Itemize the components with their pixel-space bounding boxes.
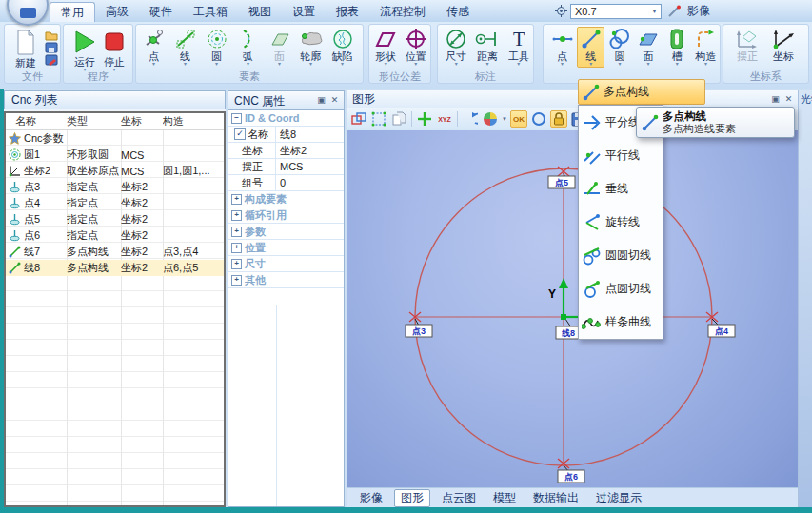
expand-icon[interactable]: + — [231, 243, 242, 253]
label-point6[interactable]: 点6 — [564, 472, 578, 482]
tab-sensor[interactable]: 传感 — [436, 2, 480, 22]
tab-flow-control[interactable]: 流程控制 — [369, 2, 436, 22]
section-collapsed[interactable]: + 其他 — [228, 272, 344, 288]
undo-view-icon[interactable] — [462, 110, 479, 128]
view-tab-model[interactable]: 模型 — [487, 490, 522, 506]
save-icon[interactable] — [45, 42, 58, 53]
menu-item-rotated-line[interactable]: 旋转线 — [579, 206, 663, 239]
construct-point-button[interactable]: 点 ▾ — [548, 27, 576, 68]
table-row[interactable]: 点6 指定点 坐标2 — [6, 227, 224, 244]
gdt-form-button[interactable]: 形状 ▾ — [371, 27, 401, 68]
menu-item-spline-curve[interactable]: 样条曲线 — [579, 306, 663, 339]
table-row[interactable]: 点3 指定点 坐标2 — [6, 179, 224, 195]
table-row[interactable]: Cnc参数 — [6, 130, 224, 147]
new-file-button[interactable]: 新建 — [9, 28, 43, 69]
table-header-row[interactable]: 名称 类型 坐标 构造 — [6, 113, 224, 130]
view-tab-image[interactable]: 影像 — [354, 490, 388, 506]
save-as-icon[interactable] — [45, 54, 58, 66]
tab-view[interactable]: 视图 — [238, 2, 282, 22]
pin-icon[interactable]: ▣ — [316, 95, 327, 106]
text-tool-button[interactable]: T 工具 ▾ — [504, 27, 533, 68]
table-row-selected[interactable]: 线8 多点构线 坐标2 点6,点5 — [6, 260, 224, 276]
section-id-coord[interactable]: − ID & Coord — [228, 110, 344, 127]
menu-item-parallel-line[interactable]: 平行线 — [579, 139, 663, 172]
tab-settings[interactable]: 设置 — [282, 2, 326, 22]
tab-report[interactable]: 报表 — [326, 2, 369, 22]
checkbox-checked-icon[interactable]: ✓ — [234, 128, 246, 140]
expand-icon[interactable]: + — [231, 227, 242, 237]
chevron-down-icon[interactable]: ▼ — [651, 8, 661, 14]
tab-hardware[interactable]: 硬件 — [139, 2, 183, 22]
close-icon[interactable]: ✕ — [783, 94, 794, 105]
copy-view-icon[interactable] — [390, 110, 407, 128]
stop-button[interactable]: 停止 ▾ — [100, 27, 129, 73]
section-collapsed[interactable]: + 参数 — [228, 224, 344, 240]
table-row[interactable]: 圆1 环形取圆 MCS — [6, 147, 224, 163]
menu-item-perpendicular-line[interactable]: 垂线 — [579, 172, 663, 206]
collapse-icon[interactable]: − — [231, 113, 242, 124]
expand-icon[interactable]: + — [231, 275, 242, 286]
fit-view-icon[interactable] — [350, 110, 367, 128]
xyz-axes-icon[interactable]: XYZ — [436, 110, 453, 128]
label-point4[interactable]: 点4 — [715, 326, 728, 336]
tab-toolbox[interactable]: 工具箱 — [183, 2, 238, 22]
view-tab-data-output[interactable]: 数据输出 — [527, 490, 584, 506]
expand-icon[interactable]: + — [231, 259, 242, 269]
label-point3[interactable]: 点3 — [412, 326, 426, 336]
table-row[interactable]: 点4 指定点 坐标2 — [6, 195, 224, 211]
section-collapsed[interactable]: + 位置 — [228, 240, 344, 256]
construct-line-button[interactable]: 线 ▾ — [577, 27, 604, 68]
property-value[interactable]: 0 — [276, 177, 344, 188]
element-circle-button[interactable]: 圆 ▾ — [202, 27, 231, 68]
element-defect-button[interactable]: 缺陷 ▾ — [327, 27, 357, 68]
construct-circle-button[interactable]: 圆 ▾ — [605, 27, 633, 68]
run-button[interactable]: 运行 ▾ — [69, 27, 100, 73]
zoom-extents-icon[interactable] — [370, 110, 387, 128]
tab-home[interactable]: 常用 — [50, 2, 95, 22]
coordinate-button[interactable]: 坐标 — [767, 27, 800, 63]
open-folder-icon[interactable] — [45, 30, 58, 41]
element-line-button[interactable]: 线 ▾ — [170, 27, 200, 68]
pin-icon[interactable]: ▣ — [770, 94, 781, 105]
gdt-position-button[interactable]: 位置 ▾ — [402, 27, 431, 68]
section-collapsed[interactable]: + 循环引用 — [228, 207, 344, 224]
element-plane-button[interactable]: 面 ▾ — [265, 27, 294, 68]
section-collapsed[interactable]: + 构成要素 — [228, 191, 344, 207]
property-row-align[interactable]: 摆正 MCS — [228, 159, 344, 175]
table-row[interactable]: 点5 指定点 坐标2 — [6, 211, 224, 227]
dimension-button[interactable]: 尺寸 ▾ — [442, 27, 471, 68]
graphics-canvas[interactable]: Y 点5 点3 点4 点6 线8 — [347, 130, 798, 488]
view-tab-filter-display[interactable]: 过滤显示 — [590, 490, 647, 506]
table-row[interactable]: 坐标2 取坐标原点 MCS 圆1,圆1,... — [6, 163, 224, 179]
optics-collapsed-panel[interactable]: 光学 — [798, 90, 812, 507]
circle-display-icon[interactable] — [530, 110, 547, 128]
expand-icon[interactable]: + — [231, 194, 242, 205]
align-button[interactable]: 摆正 — [731, 27, 763, 63]
add-point-icon[interactable] — [416, 110, 433, 128]
menu-item-point-circle-tangent[interactable]: 点圆切线 — [579, 272, 663, 306]
lock-toggle[interactable] — [550, 110, 567, 128]
view-tab-pointcloud[interactable]: 点云图 — [436, 490, 482, 506]
construct-misc-button[interactable]: 构造 ▾ — [692, 27, 720, 68]
property-value[interactable]: 线8 — [276, 128, 344, 142]
property-row-group[interactable]: 组号 0 — [228, 175, 344, 191]
color-wheel-icon[interactable] — [482, 110, 499, 128]
chevron-down-icon[interactable]: ▼ — [502, 116, 507, 122]
property-value[interactable]: 坐标2 — [276, 144, 344, 158]
element-contour-button[interactable]: 轮廓 ▾ — [296, 27, 326, 68]
menu-item-multipoint-line[interactable]: 多点构线 — [578, 79, 705, 105]
zoom-level-combo[interactable]: X0.7 ▼ — [570, 4, 662, 19]
table-row[interactable]: 线7 多点构线 坐标2 点3,点4 — [6, 244, 224, 260]
distance-button[interactable]: 距离 ▾ — [473, 27, 503, 68]
element-arc-button[interactable]: 弧 ▾ — [233, 27, 263, 68]
ok-toggle[interactable]: OK — [510, 110, 527, 128]
label-point5[interactable]: 点5 — [555, 178, 568, 187]
element-point-button[interactable]: 点 ▾ — [139, 27, 168, 68]
expand-icon[interactable]: + — [231, 210, 242, 221]
close-icon[interactable]: ✕ — [329, 95, 340, 106]
property-row-coord[interactable]: 坐标 坐标2 — [228, 143, 344, 159]
view-tab-graphics[interactable]: 图形 — [394, 489, 430, 507]
property-row-name[interactable]: ✓名称 线8 — [228, 127, 344, 143]
construct-slot-button[interactable]: 槽 ▾ — [663, 27, 691, 68]
property-value[interactable]: MCS — [276, 161, 344, 172]
